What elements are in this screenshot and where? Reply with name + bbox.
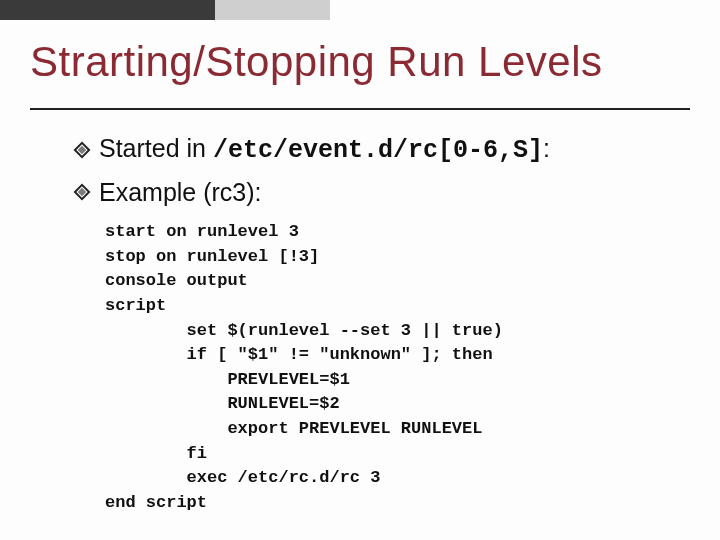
title-underline bbox=[30, 108, 690, 110]
bullet-text: Example (rc3): bbox=[99, 179, 262, 207]
bullet-prefix: Started in bbox=[99, 134, 213, 162]
top-accent-bar bbox=[0, 0, 330, 20]
diamond-bullet-icon bbox=[75, 143, 89, 157]
slide-body: Started in /etc/event.d/rc[0-6,S]: Examp… bbox=[75, 135, 685, 516]
accent-light bbox=[215, 0, 330, 20]
diamond-bullet-icon bbox=[75, 185, 89, 199]
bullet-prefix: Example (rc3): bbox=[99, 178, 262, 206]
bullet-item: Started in /etc/event.d/rc[0-6,S]: bbox=[75, 135, 685, 165]
bullet-item: Example (rc3): bbox=[75, 179, 685, 207]
bullet-text: Started in /etc/event.d/rc[0-6,S]: bbox=[99, 135, 550, 165]
bullet-suffix: : bbox=[543, 134, 550, 162]
slide-title: Strarting/Stopping Run Levels bbox=[30, 38, 603, 86]
bullet-mono: /etc/event.d/rc[0-6,S] bbox=[213, 136, 543, 165]
slide: Strarting/Stopping Run Levels Started in… bbox=[0, 0, 720, 540]
code-block: start on runlevel 3 stop on runlevel [!3… bbox=[105, 220, 685, 516]
accent-dark bbox=[0, 0, 215, 20]
